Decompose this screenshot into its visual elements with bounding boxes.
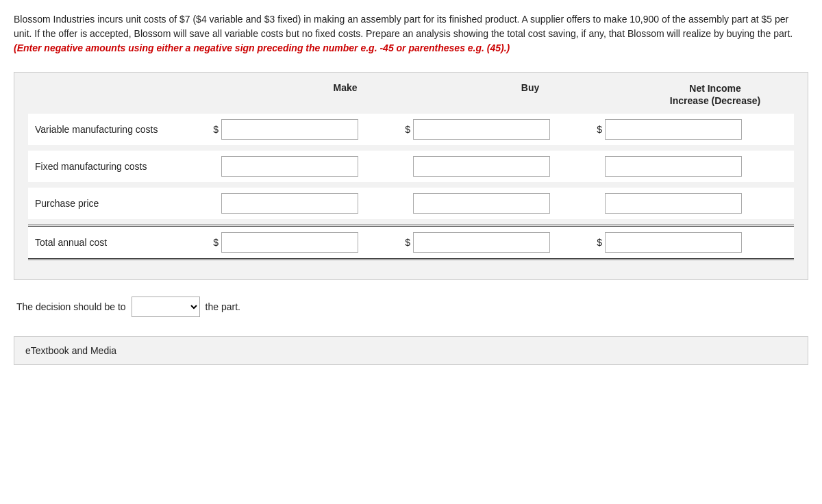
label-variable-costs: Variable manufacturing costs xyxy=(32,124,210,135)
cell-purchase-make xyxy=(210,193,395,214)
label-fixed-costs: Fixed manufacturing costs xyxy=(32,161,210,172)
decision-suffix: the part. xyxy=(206,301,240,312)
cell-purchase-buy xyxy=(402,193,587,214)
decision-prefix: The decision should be to xyxy=(16,301,126,312)
col-net-header: Net Income Increase (Decrease) xyxy=(636,82,794,107)
dollar-variable-net: $ xyxy=(594,124,602,135)
dollar-total-net: $ xyxy=(594,237,602,248)
input-total-buy[interactable] xyxy=(413,232,550,253)
col-buy-header: Buy xyxy=(451,82,609,107)
intro-text-main: Blossom Industries incurs unit costs of … xyxy=(14,14,793,39)
label-total-cost: Total annual cost xyxy=(32,237,210,248)
cell-fixed-net xyxy=(594,156,779,177)
col-make-header: Make xyxy=(266,82,424,107)
row-total-cost: Total annual cost $ $ $ xyxy=(28,225,794,260)
intro-text-warning: (Enter negative amounts using either a n… xyxy=(14,42,510,53)
decision-row: The decision should be to make buy the p… xyxy=(14,297,808,317)
cell-fixed-buy xyxy=(402,156,587,177)
cell-total-make: $ xyxy=(210,232,395,253)
row-purchase-price: Purchase price xyxy=(28,188,794,219)
dollar-variable-make: $ xyxy=(210,124,219,135)
row-fixed-costs: Fixed manufacturing costs xyxy=(28,151,794,182)
table-header-row: Make Buy Net Income Increase (Decrease) xyxy=(28,82,794,107)
cell-fixed-make xyxy=(210,156,395,177)
cell-variable-make: $ xyxy=(210,119,395,140)
dollar-variable-buy: $ xyxy=(402,124,410,135)
input-fixed-make[interactable] xyxy=(221,156,358,177)
cell-total-net: $ xyxy=(594,232,779,253)
etextbook-bar[interactable]: eTextbook and Media xyxy=(14,336,808,365)
dollar-total-buy: $ xyxy=(402,237,410,248)
intro-paragraph: Blossom Industries incurs unit costs of … xyxy=(14,12,808,55)
input-purchase-buy[interactable] xyxy=(413,193,550,214)
label-purchase-price: Purchase price xyxy=(32,198,210,209)
input-variable-make[interactable] xyxy=(221,119,358,140)
input-variable-buy[interactable] xyxy=(413,119,550,140)
dollar-total-make: $ xyxy=(210,237,219,248)
input-fixed-buy[interactable] xyxy=(413,156,550,177)
cell-purchase-net xyxy=(594,193,779,214)
input-total-net[interactable] xyxy=(605,232,742,253)
cell-variable-buy: $ xyxy=(402,119,587,140)
input-variable-net[interactable] xyxy=(605,119,742,140)
decision-dropdown[interactable]: make buy xyxy=(132,297,200,317)
row-variable-costs: Variable manufacturing costs $ $ $ xyxy=(28,114,794,145)
cell-total-buy: $ xyxy=(402,232,587,253)
input-purchase-make[interactable] xyxy=(221,193,358,214)
input-purchase-net[interactable] xyxy=(605,193,742,214)
input-fixed-net[interactable] xyxy=(605,156,742,177)
cell-variable-net: $ xyxy=(594,119,779,140)
input-total-make[interactable] xyxy=(221,232,358,253)
etextbook-label: eTextbook and Media xyxy=(25,345,116,356)
analysis-table: Make Buy Net Income Increase (Decrease) … xyxy=(14,72,808,280)
